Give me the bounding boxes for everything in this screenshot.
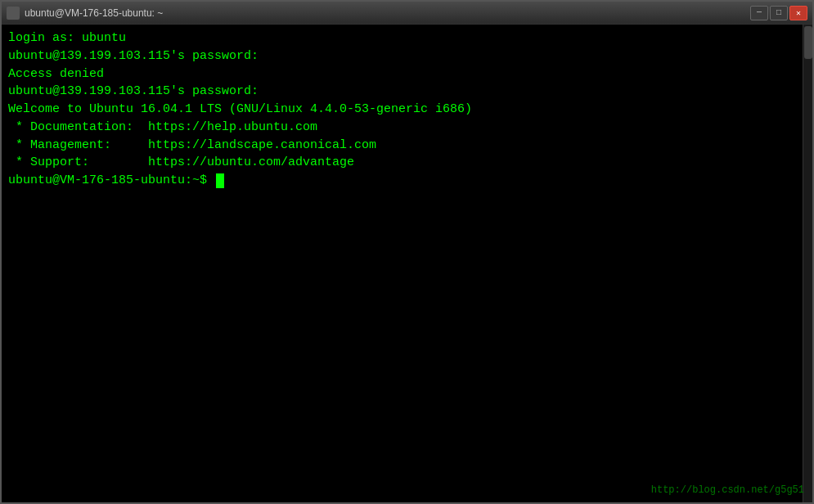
- scrollbar-thumb[interactable]: [804, 26, 812, 59]
- terminal-line-9: * Support: https://ubuntu.com/advantage: [8, 154, 806, 172]
- title-bar-left: ubuntu@VM-176-185-ubuntu: ~: [7, 7, 163, 20]
- terminal-cursor: [216, 173, 224, 188]
- terminal-body[interactable]: login as: ubuntu ubuntu@139.199.103.115'…: [2, 25, 812, 502]
- terminal-prompt: ubuntu@VM-176-185-ubuntu:~$: [8, 172, 214, 190]
- terminal-line-4: ubuntu@139.199.103.115's password:: [8, 83, 806, 101]
- terminal-line-2: ubuntu@139.199.103.115's password:: [8, 47, 806, 65]
- window-controls: ─ □ ✕: [750, 6, 807, 20]
- window-icon: [7, 7, 20, 20]
- watermark: http://blog.csdn.net/g5g51: [651, 484, 804, 496]
- close-button[interactable]: ✕: [789, 6, 807, 20]
- window-title: ubuntu@VM-176-185-ubuntu: ~: [25, 7, 163, 19]
- terminal-line-1: login as: ubuntu: [8, 29, 806, 47]
- terminal-line-3: Access denied: [8, 65, 806, 83]
- terminal-line-8: * Management: https://landscape.canonica…: [8, 137, 806, 155]
- title-bar: ubuntu@VM-176-185-ubuntu: ~ ─ □ ✕: [2, 2, 812, 25]
- minimize-button[interactable]: ─: [750, 6, 768, 20]
- terminal-prompt-line: ubuntu@VM-176-185-ubuntu:~$: [8, 172, 806, 190]
- terminal-line-7: * Documentation: https://help.ubuntu.com: [8, 119, 806, 137]
- scrollbar[interactable]: [803, 25, 812, 502]
- terminal-window: ubuntu@VM-176-185-ubuntu: ~ ─ □ ✕ login …: [0, 0, 814, 504]
- terminal-line-5: Welcome to Ubuntu 16.04.1 LTS (GNU/Linux…: [8, 101, 806, 119]
- maximize-button[interactable]: □: [770, 6, 788, 20]
